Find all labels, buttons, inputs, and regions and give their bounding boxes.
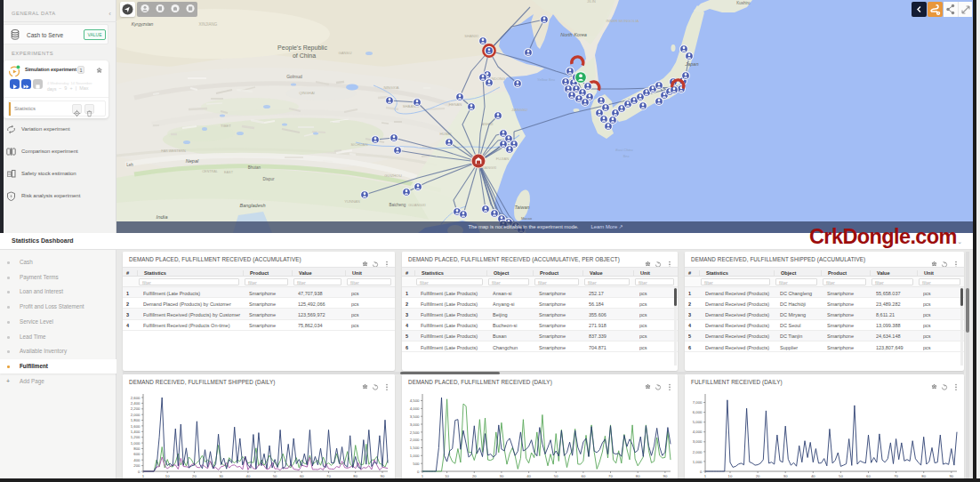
svg-text:20: 20 [472,474,477,478]
svg-text:800: 800 [133,446,141,451]
svg-text:2,000: 2,000 [131,413,141,417]
svg-text:Nepal: Nepal [186,158,199,164]
svg-text:70: 70 [894,474,898,478]
svg-text:30: 30 [783,474,788,478]
svg-text:1,000: 1,000 [410,454,420,458]
svg-text:HENAN: HENAN [449,102,462,107]
svg-text:40: 40 [811,474,815,478]
svg-text:5,000: 5,000 [693,420,703,424]
svg-text:6,000: 6,000 [693,410,703,414]
svg-text:Baicheng: Baicheng [390,203,406,207]
svg-text:3,500: 3,500 [410,414,420,419]
svg-text:20: 20 [192,474,197,478]
svg-text:1,200: 1,200 [131,435,141,439]
svg-text:FAR WESTERN: FAR WESTERN [161,149,186,153]
svg-text:2,500: 2,500 [410,430,420,435]
svg-text:2,000: 2,000 [693,450,703,454]
svg-text:4,000: 4,000 [693,430,703,434]
svg-text:70: 70 [326,474,331,478]
svg-text:SHANXI: SHANXI [464,34,478,38]
svg-text:JIANGSU: JIANGSU [511,108,527,112]
svg-text:Yellow Sea: Yellow Sea [537,77,556,82]
svg-text:90: 90 [663,474,668,478]
svg-text:YUNNAN: YUNNAN [344,199,360,204]
svg-text:0: 0 [138,470,141,474]
svg-text:3,000: 3,000 [410,422,420,427]
svg-text:North Korea: North Korea [560,32,587,37]
svg-text:1,500: 1,500 [410,446,420,450]
svg-text:1,000: 1,000 [693,460,703,464]
svg-text:20: 20 [756,474,760,478]
svg-text:JILIN: JILIN [587,0,596,4]
svg-text:Dispur: Dispur [262,177,275,181]
svg-text:2,400: 2,400 [131,401,141,406]
svg-text:7,000: 7,000 [693,400,703,405]
svg-text:50: 50 [273,474,277,478]
svg-text:2,000: 2,000 [410,438,420,442]
svg-text:CENTRAL: CENTRAL [202,170,218,173]
svg-text:India: India [156,214,168,220]
svg-text:1,600: 1,600 [131,424,141,429]
svg-text:FUJIAN: FUJIAN [496,157,510,161]
svg-text:2,600: 2,600 [131,396,141,400]
svg-text:EAST: EAST [224,171,234,174]
svg-text:600: 600 [133,452,141,456]
svg-text:50: 50 [554,474,558,478]
svg-text:60: 60 [582,474,586,478]
svg-text:4,500: 4,500 [410,398,420,403]
svg-text:QINGHAI: QINGHAI [299,91,315,95]
svg-text:Taiwan: Taiwan [514,205,529,210]
svg-text:GANSU: GANSU [339,51,352,55]
svg-text:10: 10 [728,474,733,478]
svg-text:Japan: Japan [685,61,699,67]
svg-text:1: 1 [142,474,145,478]
svg-text:30: 30 [500,474,504,478]
svg-text:Sea: Sea [623,154,630,158]
svg-text:0: 0 [417,470,420,474]
svg-text:80: 80 [636,474,640,478]
svg-text:4,000: 4,000 [410,406,420,411]
svg-text:Golmud: Golmud [286,74,302,79]
svg-text:2,200: 2,200 [131,406,141,411]
svg-text:Leh: Leh [126,163,133,167]
svg-text:10: 10 [165,474,170,478]
svg-text:70: 70 [608,474,613,478]
svg-text:1: 1 [704,474,707,478]
svg-text:1,000: 1,000 [131,441,141,446]
svg-text:200: 200 [133,463,141,468]
svg-text:500: 500 [413,462,420,466]
svg-text:3,000: 3,000 [693,439,703,444]
svg-text:1,800: 1,800 [131,418,141,422]
svg-text:GUANGXI: GUANGXI [408,203,425,207]
svg-text:0: 0 [700,470,703,474]
svg-text:Kushiro: Kushiro [736,1,751,5]
svg-text:1: 1 [422,474,424,478]
svg-text:NINGXIA: NINGXIA [383,85,398,90]
svg-text:East China: East China [615,148,633,152]
svg-text:80: 80 [921,474,926,478]
svg-text:SICHUAN: SICHUAN [351,142,368,147]
svg-text:40: 40 [526,474,531,478]
svg-text:10: 10 [445,474,449,478]
svg-text:GUIZHOU: GUIZHOU [384,173,401,178]
svg-text:30: 30 [219,474,223,478]
svg-text:Bhutan: Bhutan [248,165,261,170]
svg-text:90: 90 [381,474,385,478]
svg-text:INNER MONGOLIA: INNER MONGOLIA [606,19,639,23]
svg-text:XINJIANG: XINJIANG [199,22,218,27]
svg-text:60: 60 [866,474,871,478]
svg-text:1,400: 1,400 [131,430,141,434]
svg-text:TIBET: TIBET [221,124,231,128]
svg-text:60: 60 [300,474,304,478]
svg-text:People's Republic: People's Republic [277,44,327,52]
svg-text:Kyrgyzstan: Kyrgyzstan [132,21,154,27]
svg-text:Bangladesh: Bangladesh [239,203,265,208]
svg-text:40: 40 [246,474,251,478]
svg-text:50: 50 [839,474,843,478]
svg-text:of China: of China [293,52,316,59]
svg-text:400: 400 [133,458,141,462]
svg-text:90: 90 [949,474,953,478]
svg-text:80: 80 [353,474,357,478]
svg-text:Macao: Macao [521,216,533,221]
